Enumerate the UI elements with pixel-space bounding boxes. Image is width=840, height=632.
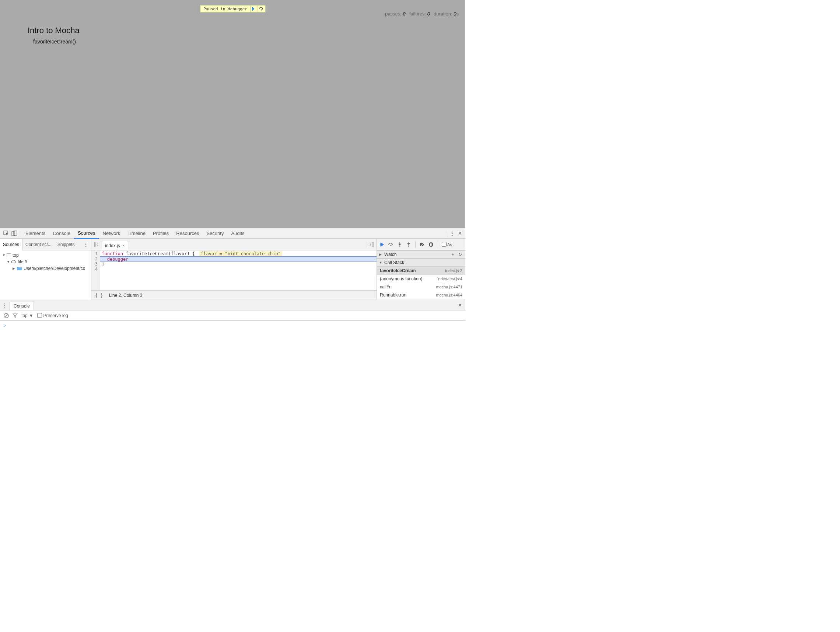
tab-timeline[interactable]: Timeline (124, 229, 149, 239)
paused-message: Paused in debugger (201, 6, 250, 11)
separator (447, 230, 447, 237)
device-toolbar-icon[interactable] (10, 229, 19, 238)
stack-frame[interactable]: callFn mocha.js:4471 (377, 283, 465, 291)
toggle-debugger-icon[interactable] (366, 240, 375, 249)
section-title: Call Stack (384, 260, 404, 265)
console-toolbar: top ▼ Preserve log (0, 310, 465, 321)
editor-pane: index.js × 1 2 3 4 function favoriteIceC… (92, 239, 377, 300)
line-number[interactable]: 4 (95, 266, 98, 272)
tree-row[interactable]: ▶ Users/pletcher/Development/co (0, 265, 91, 272)
tree-row[interactable]: ▼ file:// (0, 258, 91, 265)
context-label: top (21, 313, 28, 318)
stepover-icon (259, 6, 264, 11)
section-title: Watch (384, 252, 397, 257)
disclosure-triangle-icon[interactable]: ▼ (6, 260, 9, 264)
svg-rect-10 (380, 243, 381, 246)
tab-profiles[interactable]: Profiles (149, 229, 172, 239)
nav-tab-content-scripts[interactable]: Content scr... (22, 239, 55, 251)
inspect-element-icon[interactable] (2, 229, 10, 238)
stack-frame[interactable]: Runnable.run mocha.js:4464 (377, 291, 465, 299)
context-selector[interactable]: top ▼ (21, 313, 33, 318)
disclosure-triangle-icon[interactable]: ▼ (2, 254, 5, 257)
file-tab-label: index.js (105, 243, 120, 248)
more-menu-icon[interactable]: ⋮ (449, 229, 457, 238)
console-body[interactable]: › (0, 321, 465, 330)
line-number[interactable]: 2 (95, 256, 98, 262)
mocha-test-title[interactable]: favoriteIceCream() (33, 39, 76, 44)
drawer-tabbar: ⋮ Console × (0, 300, 465, 310)
cloud-icon (11, 260, 16, 264)
tab-audits[interactable]: Audits (227, 229, 248, 239)
pause-on-exceptions-button[interactable] (428, 242, 434, 247)
code-line[interactable]: function favoriteIceCream(flavor) {flavo… (100, 251, 377, 256)
deactivate-breakpoints-button[interactable] (419, 242, 425, 247)
clear-console-icon[interactable] (4, 313, 9, 318)
frame-name: (anonymous function) (380, 276, 422, 281)
frame-location[interactable]: mocha.js:4471 (436, 285, 463, 289)
stack-frame[interactable]: (anonymous function) index-test.js:4 (377, 275, 465, 283)
step-out-button[interactable] (406, 242, 412, 247)
frame-location[interactable]: mocha.js:4464 (436, 293, 463, 297)
tab-resources[interactable]: Resources (172, 229, 203, 239)
frame-location[interactable]: index-test.js:4 (437, 277, 463, 281)
tab-elements[interactable]: Elements (22, 229, 49, 239)
nav-tab-sources[interactable]: Sources (0, 239, 22, 251)
frame-icon (6, 254, 11, 257)
resume-button[interactable] (379, 242, 385, 247)
nav-more-icon[interactable]: ⋮ (81, 242, 91, 247)
tree-row[interactable]: ▼ top (0, 252, 91, 258)
line-number[interactable]: 3 (95, 262, 98, 266)
disclosure-triangle-icon[interactable]: ▶ (13, 266, 16, 270)
disclosure-triangle-icon[interactable]: ▼ (379, 261, 383, 265)
debugger-toolbar: As (377, 239, 465, 251)
line-gutter[interactable]: 1 2 3 4 (92, 251, 100, 290)
mocha-suite-title: Intro to Mocha (28, 26, 80, 35)
preserve-log-checkbox[interactable]: Preserve log (37, 313, 68, 318)
close-drawer-button[interactable]: × (457, 302, 463, 309)
code-lines[interactable]: function favoriteIceCream(flavor) {flavo… (100, 251, 377, 290)
nav-tab-snippets[interactable]: Snippets (55, 239, 78, 251)
tab-sources[interactable]: Sources (74, 229, 99, 239)
code-editor[interactable]: 1 2 3 4 function favoriteIceCream(flavor… (92, 251, 377, 290)
preserve-log-input[interactable] (37, 313, 42, 318)
add-watch-icon[interactable]: + (450, 252, 456, 257)
toggle-navigator-icon[interactable] (93, 240, 102, 249)
async-checkbox[interactable]: As (442, 242, 452, 247)
call-stack-list: favoriteIceCream index.js:2 (anonymous f… (377, 266, 465, 299)
frame-name: favoriteIceCream (380, 268, 415, 273)
editor-tabs: index.js × (92, 239, 377, 251)
svg-rect-0 (253, 7, 253, 11)
refresh-watch-icon[interactable]: ↻ (457, 252, 463, 257)
overlay-stepover-button[interactable] (257, 6, 265, 12)
navigator-tabs: Sources Content scr... Snippets ⋮ (0, 239, 91, 251)
drawer-menu-icon[interactable]: ⋮ (2, 303, 6, 308)
code-line[interactable]: } (100, 262, 377, 266)
frame-location[interactable]: index.js:2 (445, 268, 463, 273)
tab-security[interactable]: Security (203, 229, 227, 239)
close-devtools-button[interactable]: × (457, 230, 463, 237)
step-over-button[interactable] (388, 242, 394, 247)
frame-name: Runnable.run (380, 292, 406, 298)
devtools-tabbar: Elements Console Sources Network Timelin… (0, 229, 465, 239)
svg-rect-9 (372, 242, 374, 247)
async-checkbox-input[interactable] (442, 242, 447, 247)
file-tree[interactable]: ▼ top ▼ file:// ▶ Users/pletcher/Develop… (0, 251, 91, 300)
tab-console[interactable]: Console (49, 229, 74, 239)
disclosure-triangle-icon[interactable]: ▶ (379, 253, 383, 256)
svg-rect-16 (431, 243, 432, 246)
close-file-icon[interactable]: × (122, 243, 125, 248)
current-execution-line[interactable]: debugger (100, 256, 377, 262)
pretty-print-icon[interactable]: { } (95, 293, 103, 298)
file-tab[interactable]: index.js × (102, 241, 128, 250)
line-number[interactable]: 1 (95, 251, 98, 256)
overlay-resume-button[interactable] (250, 6, 257, 12)
callstack-section-header[interactable]: ▼ Call Stack (377, 258, 465, 266)
step-into-button[interactable] (397, 242, 403, 247)
drawer-tab-console[interactable]: Console (9, 302, 34, 310)
stack-frame[interactable]: favoriteIceCream index.js:2 (377, 266, 465, 275)
tab-network[interactable]: Network (99, 229, 124, 239)
console-drawer: ⋮ Console × top ▼ Preserve log › (0, 300, 465, 330)
watch-section-header[interactable]: ▶ Watch + ↻ (377, 251, 465, 258)
filter-icon[interactable] (13, 313, 18, 318)
code-line[interactable] (100, 266, 377, 272)
